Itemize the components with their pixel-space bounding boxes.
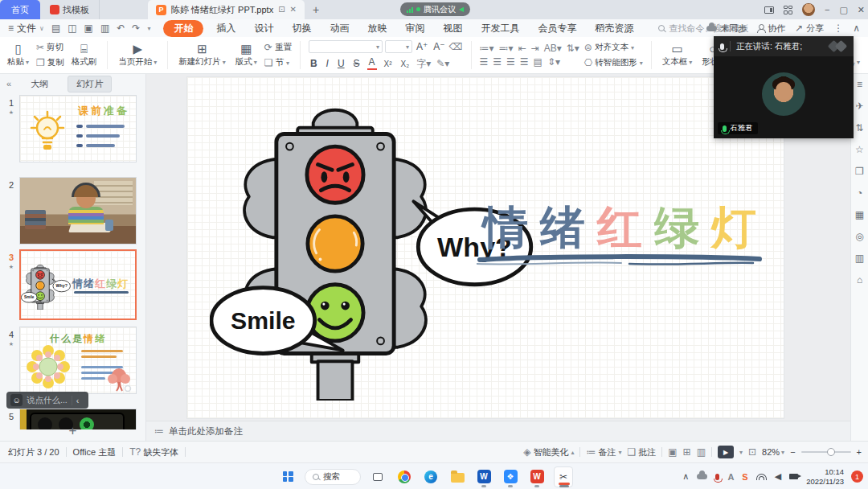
text-direction-icon[interactable]: AB▾ — [544, 43, 562, 53]
slide-thumbnail-1[interactable]: 课前准备 — [19, 95, 137, 162]
account-avatar[interactable] — [802, 3, 815, 16]
tray-app-s-icon[interactable]: S — [742, 472, 747, 482]
menu-transition[interactable]: 切换 — [286, 21, 317, 36]
slide-thumbnail-4[interactable]: 什么是情绪 — [19, 327, 137, 394]
reading-view-icon[interactable]: ▥ — [697, 447, 706, 457]
normal-view-icon[interactable]: ▣ — [668, 447, 677, 457]
reading-book-icon[interactable]: ▥ — [855, 253, 864, 264]
copy-button[interactable]: ❐复制 — [36, 57, 64, 68]
slide-sorter-view-icon[interactable]: ⊞ — [683, 447, 691, 457]
print-preview-icon[interactable]: ▥ — [100, 23, 109, 33]
play-options-caret[interactable]: ▾ — [739, 449, 743, 456]
text-effect-icon[interactable]: 字▾ — [416, 59, 431, 68]
chrome-app[interactable] — [395, 466, 414, 487]
close-tab-icon[interactable]: ✕ — [290, 6, 297, 14]
collapse-sidebar-icon[interactable]: ≡ — [857, 79, 862, 90]
history-clock-icon[interactable]: ◔ — [857, 187, 862, 199]
highlight-color-icon[interactable]: ✎▾ — [436, 59, 449, 68]
zoom-slider[interactable] — [801, 451, 851, 453]
emoji-icon[interactable]: ☺ — [10, 394, 23, 406]
align-center-icon[interactable]: ☰ — [493, 57, 502, 67]
task-view-button[interactable] — [368, 466, 387, 487]
menu-review[interactable]: 审阅 — [399, 21, 430, 36]
sort-icon[interactable]: ⇅▾ — [567, 43, 579, 53]
chat-input-placeholder[interactable]: 说点什么... — [27, 395, 68, 406]
print-icon[interactable]: ▣ — [84, 23, 93, 33]
bullet-list-icon[interactable]: ≔▾ — [480, 43, 494, 53]
align-left-icon[interactable]: ☰ — [480, 57, 489, 67]
current-slide[interactable]: 情 绪 红 绿 灯 — [187, 77, 784, 418]
wps-app[interactable]: W — [527, 466, 547, 487]
slide-thumbnail-3[interactable]: 情绪红绿灯 — [19, 249, 137, 320]
smart-beautify-button[interactable]: ◈ 智能美化▴ — [523, 446, 574, 458]
redo-icon[interactable]: ↷ — [132, 23, 140, 33]
decrease-font-button[interactable]: A⁻ — [432, 41, 446, 52]
resource-box-icon[interactable]: ⌂ — [857, 274, 862, 286]
star-effects-icon[interactable]: ☆ — [855, 144, 864, 155]
clock[interactable]: 10:14 2022/11/23 — [806, 467, 844, 487]
rocket-icon[interactable]: ✈ — [855, 101, 863, 112]
export-icon[interactable]: ◫ — [68, 23, 76, 33]
menu-animation[interactable]: 动画 — [324, 21, 354, 36]
line-spacing-icon[interactable]: ⇕▾ — [547, 57, 560, 67]
text-box-button[interactable]: ▭ 文本框▾ — [660, 43, 695, 68]
justify-icon[interactable]: ☰ — [520, 57, 529, 67]
bold-button[interactable]: B — [309, 58, 319, 69]
sync-status-button[interactable]: 未同步 — [706, 23, 747, 35]
slide-thumbnail-2[interactable] — [19, 177, 137, 244]
zoom-level-button[interactable]: 82%▾ — [762, 447, 784, 457]
missing-font-button[interactable]: T? 缺失字体 — [129, 446, 178, 458]
strikethrough-button[interactable]: S — [352, 58, 362, 69]
tab-document[interactable]: P 陈婷 情绪红绿灯 PPT.pptx ⊡ ✕ — [148, 0, 305, 19]
notification-badge[interactable]: 1 — [851, 471, 863, 483]
tray-app-a-icon[interactable]: A — [727, 472, 734, 482]
slide-layout-button[interactable]: ▦ 版式▾ — [233, 43, 260, 68]
location-icon[interactable]: ◎ — [855, 231, 863, 242]
tab-home[interactable]: 首页 — [0, 0, 40, 19]
collapse-ribbon-icon[interactable]: ∧ — [853, 23, 860, 33]
distribute-icon[interactable]: ▤ — [534, 57, 542, 67]
tab-outline[interactable]: 大纲 — [23, 76, 56, 92]
microphone-tray-icon[interactable] — [715, 474, 719, 480]
notes-bar[interactable]: ≔ 单击此处添加备注 — [146, 421, 850, 441]
zoom-out-button[interactable]: − — [790, 447, 795, 457]
reset-button[interactable]: ⟳重置 — [264, 42, 292, 53]
chart-edit-icon[interactable]: ▦ — [855, 209, 864, 220]
increase-indent-icon[interactable]: ⇥ — [531, 43, 539, 53]
tencent-meeting-app[interactable]: ❖ — [501, 466, 520, 487]
share-button[interactable]: ↗ 分享 — [795, 23, 824, 35]
tab-find-template[interactable]: 找模板 — [40, 0, 100, 19]
taskbar-search[interactable]: 搜索 — [305, 469, 361, 485]
wifi-icon[interactable] — [756, 474, 767, 480]
cut-button[interactable]: ✂剪切 — [36, 42, 64, 53]
new-slide-button[interactable]: ⊞ 新建幻灯片▾ — [176, 43, 228, 68]
menu-start[interactable]: 开始 — [163, 20, 203, 37]
fit-to-window-icon[interactable]: ⊡ — [748, 447, 756, 457]
notes-placeholder[interactable]: 单击此处添加备注 — [169, 425, 243, 438]
minimize-button[interactable]: − — [825, 5, 829, 14]
adjust-settings-icon[interactable]: ⇅ — [855, 122, 863, 134]
single-window-icon[interactable] — [764, 6, 774, 14]
undo-icon[interactable]: ↶ — [117, 23, 125, 33]
meeting-status-pill[interactable]: 腾讯会议 ◀ — [400, 2, 470, 16]
volume-icon[interactable]: ◀ — [775, 471, 781, 482]
increase-font-button[interactable]: A⁺ — [415, 41, 429, 52]
font-color-button[interactable]: A — [367, 57, 377, 69]
paste-button[interactable]: ▯ 粘贴▾ — [5, 43, 31, 68]
zoom-slider-knob[interactable] — [827, 448, 835, 456]
tab-slides[interactable]: 幻灯片 — [68, 76, 112, 92]
start-button[interactable] — [278, 466, 297, 487]
play-from-current-button[interactable]: ▶ 当页开始▾ — [116, 43, 159, 68]
clear-format-icon[interactable]: ⌫ — [449, 42, 463, 51]
collapse-panel-icon[interactable]: « — [6, 79, 11, 88]
menu-developer[interactable]: 开发工具 — [475, 21, 525, 36]
menu-design[interactable]: 设计 — [248, 21, 279, 36]
more-options-icon[interactable]: ⋮ — [833, 23, 843, 33]
meeting-overlay[interactable]: 正在讲话: 石雅君; 石雅君 — [714, 36, 854, 138]
word-app[interactable]: W — [474, 466, 493, 487]
hidden-icons-chevron[interactable]: ∧ — [682, 471, 689, 482]
slide-title[interactable]: 情 绪 红 绿 灯 — [483, 198, 756, 259]
save-icon[interactable]: ▤ — [51, 23, 60, 33]
collapse-chat-icon[interactable]: ‹ — [76, 396, 80, 405]
superscript-button[interactable]: X² — [383, 60, 394, 68]
